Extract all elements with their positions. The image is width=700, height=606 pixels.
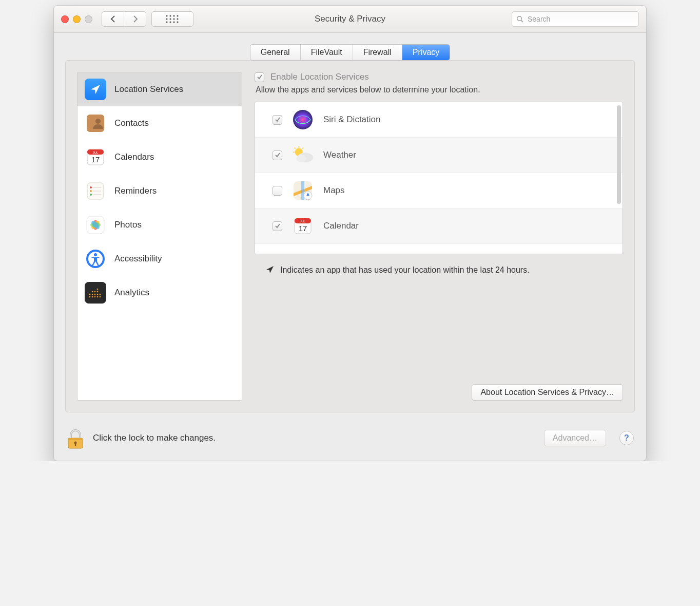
tab-filevault[interactable]: FileVault	[301, 45, 353, 60]
svg-point-57	[297, 155, 306, 162]
svg-point-9	[169, 21, 171, 23]
sidebar-item-photos[interactable]: Photos	[77, 208, 242, 242]
app-row-siri[interactable]: Siri & Dictation	[255, 102, 623, 138]
lock-icon[interactable]	[66, 429, 85, 447]
svg-text:JUL: JUL	[93, 151, 99, 154]
svg-point-16	[95, 119, 101, 124]
app-checkbox[interactable]	[273, 115, 282, 125]
svg-point-12	[517, 16, 522, 21]
svg-point-10	[173, 21, 174, 23]
location-icon	[85, 79, 106, 100]
svg-point-5	[169, 18, 171, 20]
indicator-text: Indicates an app that has used your loca…	[280, 264, 530, 276]
photos-icon	[85, 214, 106, 236]
svg-point-4	[166, 18, 167, 20]
svg-point-39	[97, 296, 99, 298]
sidebar-item-label: Photos	[114, 220, 142, 230]
svg-point-35	[94, 253, 97, 256]
svg-point-22	[90, 186, 92, 188]
sidebar-item-label: Reminders	[114, 186, 157, 196]
svg-rect-67	[75, 443, 76, 446]
forward-button[interactable]	[124, 12, 146, 26]
sidebar-item-location-services[interactable]: Location Services	[77, 72, 242, 106]
check-icon	[275, 152, 281, 158]
app-row-calendar[interactable]: JUL17 Calendar	[255, 209, 623, 244]
contacts-icon	[85, 112, 106, 134]
sidebar-item-contacts[interactable]: Contacts	[77, 106, 242, 140]
allow-description: Allow the apps and services below to det…	[256, 85, 623, 94]
svg-point-48	[97, 291, 99, 293]
svg-point-0	[166, 15, 167, 16]
sidebar-item-calendars[interactable]: JUL17 Calendars	[77, 140, 242, 174]
sidebar-item-label: Contacts	[114, 118, 149, 128]
lock-text: Click the lock to make changes.	[93, 433, 216, 443]
svg-point-37	[92, 296, 93, 298]
close-button[interactable]	[61, 15, 69, 23]
svg-point-50	[293, 110, 313, 129]
search-input[interactable]	[527, 14, 634, 24]
tab-firewall[interactable]: Firewall	[353, 45, 402, 60]
app-checkbox[interactable]	[273, 221, 282, 231]
enable-location-checkbox[interactable]	[255, 72, 264, 82]
svg-point-24	[90, 194, 92, 196]
sidebar-item-analytics[interactable]: Analytics	[77, 276, 242, 310]
tab-general[interactable]: General	[250, 45, 301, 60]
svg-point-49	[97, 289, 99, 290]
svg-point-11	[177, 21, 178, 23]
check-icon	[275, 223, 281, 229]
location-arrow-icon	[266, 266, 274, 276]
siri-icon	[291, 108, 314, 131]
svg-point-23	[90, 190, 92, 192]
svg-point-6	[173, 18, 174, 20]
app-label: Siri & Dictation	[323, 115, 380, 125]
svg-point-41	[89, 294, 91, 295]
svg-point-42	[92, 294, 93, 295]
svg-line-55	[302, 148, 303, 149]
privacy-panel: Location Services Contacts JUL17 Calenda…	[65, 60, 635, 412]
chevron-right-icon	[132, 15, 138, 23]
svg-rect-14	[87, 115, 104, 132]
app-checkbox[interactable]	[273, 186, 282, 196]
app-permissions-list[interactable]: Siri & Dictation Weather	[255, 102, 623, 254]
maps-icon	[291, 179, 314, 202]
window-controls	[61, 15, 92, 23]
help-button[interactable]: ?	[619, 431, 634, 445]
calendar-icon: JUL17	[85, 146, 106, 168]
svg-point-38	[94, 296, 96, 298]
tab-privacy[interactable]: Privacy	[402, 45, 450, 60]
search-field-wrap[interactable]	[512, 11, 639, 27]
back-button[interactable]	[102, 12, 124, 26]
zoom-button[interactable]	[85, 15, 92, 23]
content-area: General FileVault Firewall Privacy Locat…	[54, 33, 646, 420]
svg-point-36	[89, 296, 91, 298]
svg-text:17: 17	[91, 155, 100, 164]
app-label: Weather	[323, 150, 356, 160]
titlebar: Security & Privacy	[54, 6, 646, 33]
svg-point-45	[100, 294, 101, 295]
advanced-button[interactable]: Advanced…	[544, 430, 606, 446]
app-row-weather[interactable]: Weather	[255, 138, 623, 173]
calendar-icon: JUL17	[291, 215, 314, 237]
minimize-button[interactable]	[73, 15, 81, 23]
app-checkbox[interactable]	[273, 150, 282, 160]
svg-point-44	[97, 294, 99, 295]
svg-point-2	[173, 15, 174, 16]
search-icon	[516, 15, 523, 23]
about-location-button[interactable]: About Location Services & Privacy…	[472, 384, 623, 401]
svg-line-54	[295, 148, 296, 149]
nav-back-forward	[102, 11, 146, 27]
recent-use-indicator: Indicates an app that has used your loca…	[256, 264, 622, 276]
chevron-left-icon	[110, 15, 116, 23]
show-all-button[interactable]	[151, 11, 193, 27]
analytics-icon	[85, 282, 106, 304]
scrollbar[interactable]	[617, 105, 621, 204]
sidebar-item-reminders[interactable]: Reminders	[77, 174, 242, 208]
check-icon	[257, 74, 263, 80]
sidebar-item-label: Calendars	[114, 152, 154, 162]
app-row-maps[interactable]: Maps	[255, 173, 623, 209]
svg-point-47	[94, 291, 96, 293]
sidebar-item-accessibility[interactable]: Accessibility	[77, 242, 242, 276]
privacy-categories-list[interactable]: Location Services Contacts JUL17 Calenda…	[77, 72, 242, 401]
svg-text:17: 17	[299, 224, 307, 233]
svg-rect-65	[68, 438, 83, 440]
